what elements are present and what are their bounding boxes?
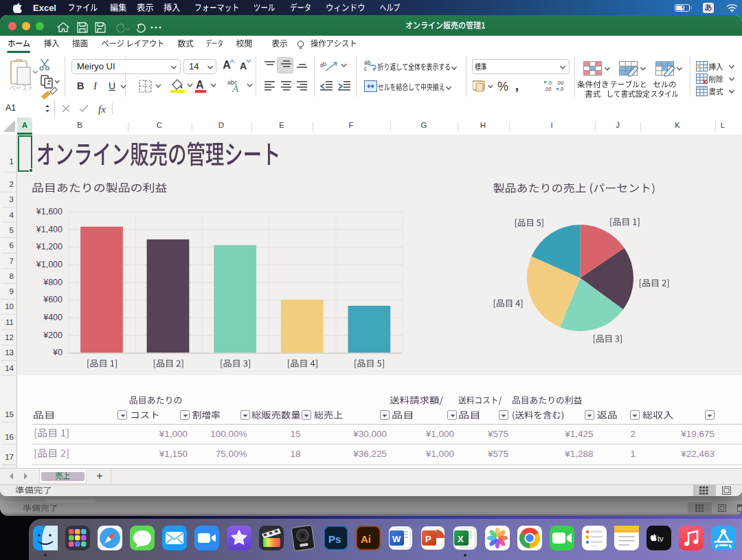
svg-text:,: , bbox=[515, 79, 519, 93]
svg-text:W: W bbox=[392, 534, 401, 544]
svg-text:Ps: Ps bbox=[328, 533, 341, 545]
svg-text:c: c bbox=[364, 65, 368, 72]
svg-text:.0: .0 bbox=[559, 86, 563, 92]
svg-text:tv: tv bbox=[657, 535, 664, 543]
svg-text:ab: ab bbox=[320, 60, 327, 69]
svg-text:fx: fx bbox=[98, 104, 106, 115]
svg-text:.00: .00 bbox=[556, 80, 563, 86]
svg-text:Ai: Ai bbox=[361, 533, 371, 545]
svg-text:X: X bbox=[458, 534, 464, 544]
svg-text:.0: .0 bbox=[548, 80, 552, 86]
svg-text:A: A bbox=[232, 83, 239, 93]
svg-text:P: P bbox=[425, 534, 431, 544]
svg-text:.00: .00 bbox=[544, 86, 551, 92]
svg-text:%: % bbox=[497, 80, 508, 93]
svg-text:A: A bbox=[196, 79, 204, 91]
